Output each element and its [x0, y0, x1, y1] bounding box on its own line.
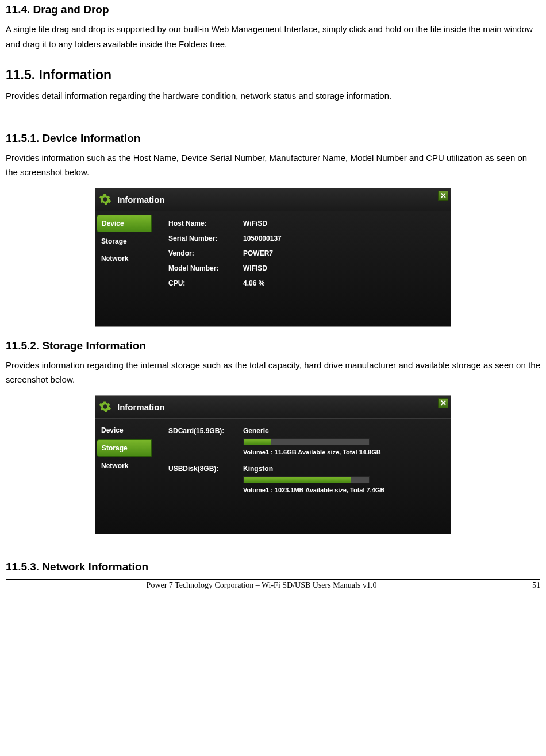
- sidebar-item-device[interactable]: Device: [97, 215, 152, 232]
- sidebar-item-network[interactable]: Network: [97, 458, 152, 474]
- label-usbdisk: USBDisk(8GB):: [168, 465, 243, 473]
- gear-icon: [99, 193, 111, 206]
- label-host-name: Host Name:: [168, 219, 243, 227]
- value-usbdisk-brand: Kingston: [243, 465, 273, 473]
- dialog-title: Information: [117, 195, 165, 205]
- dialog-sidebar: Device Storage Network: [95, 419, 152, 534]
- device-info-dialog: Information ✕ Device Storage Network Hos…: [95, 188, 451, 327]
- heading-11-4: 11.4. Drag and Drop: [6, 3, 540, 16]
- label-sdcard: SDCard(15.9GB):: [168, 427, 243, 435]
- sidebar-item-storage[interactable]: Storage: [97, 233, 152, 249]
- gear-icon: [99, 400, 111, 413]
- value-vendor: POWER7: [243, 249, 443, 257]
- value-host-name: WiFiSD: [243, 219, 443, 227]
- progress-bar-usbdisk: [243, 476, 370, 483]
- value-sdcard-brand: Generic: [243, 427, 269, 435]
- label-model-number: Model Number:: [168, 264, 243, 272]
- storage-info-dialog: Information ✕ Device Storage Network SDC…: [95, 395, 451, 534]
- heading-11-5-1: 11.5.1. Device Information: [6, 132, 540, 145]
- progress-bar-sdcard: [243, 438, 370, 445]
- value-serial-number: 1050000137: [243, 234, 443, 242]
- storage-item-sdcard: SDCard(15.9GB): Generic Volume1 : 11.6GB…: [168, 427, 443, 456]
- dialog-titlebar: Information ✕: [95, 188, 451, 211]
- value-cpu: 4.06 %: [243, 279, 443, 287]
- sidebar-item-network[interactable]: Network: [97, 250, 152, 267]
- table-row: Host Name: WiFiSD: [168, 219, 443, 227]
- footer-page-number: 51: [517, 581, 540, 590]
- paragraph-11-5-1: Provides information such as the Host Na…: [6, 151, 540, 180]
- heading-11-5-2: 11.5.2. Storage Information: [6, 340, 540, 352]
- sidebar-item-storage[interactable]: Storage: [97, 439, 152, 457]
- value-model-number: WIFISD: [243, 264, 443, 272]
- heading-11-5: 11.5. Information: [6, 67, 540, 83]
- page-footer: Power 7 Technology Corporation – Wi-Fi S…: [6, 579, 540, 590]
- dialog-titlebar: Information ✕: [95, 396, 451, 419]
- progress-fill-sdcard: [244, 439, 271, 445]
- storage-item-usbdisk: USBDisk(8GB): Kingston Volume1 : 1023.1M…: [168, 465, 443, 493]
- close-button[interactable]: ✕: [438, 191, 448, 201]
- footer-text: Power 7 Technology Corporation – Wi-Fi S…: [6, 581, 517, 590]
- paragraph-11-4: A single file drag and drop is supported…: [6, 22, 540, 51]
- caption-sdcard: Volume1 : 11.6GB Available size, Total 1…: [243, 449, 443, 456]
- label-cpu: CPU:: [168, 279, 243, 287]
- storage-info-panel: SDCard(15.9GB): Generic Volume1 : 11.6GB…: [152, 419, 451, 534]
- close-button[interactable]: ✕: [438, 398, 448, 408]
- caption-usbdisk: Volume1 : 1023.1MB Available size, Total…: [243, 487, 443, 493]
- label-vendor: Vendor:: [168, 249, 243, 257]
- table-row: CPU: 4.06 %: [168, 279, 443, 287]
- progress-fill-usbdisk: [244, 477, 351, 483]
- dialog-sidebar: Device Storage Network: [95, 211, 152, 326]
- dialog-title: Information: [117, 402, 165, 412]
- label-serial-number: Serial Number:: [168, 234, 243, 242]
- table-row: Model Number: WIFISD: [168, 264, 443, 272]
- table-row: Vendor: POWER7: [168, 249, 443, 257]
- table-row: Serial Number: 1050000137: [168, 234, 443, 242]
- device-info-panel: Host Name: WiFiSD Serial Number: 1050000…: [152, 211, 451, 326]
- paragraph-11-5-2: Provides information regarding the inter…: [6, 358, 540, 387]
- paragraph-11-5: Provides detail information regarding th…: [6, 88, 540, 103]
- heading-11-5-3: 11.5.3. Network Information: [6, 561, 540, 573]
- sidebar-item-device[interactable]: Device: [97, 422, 152, 438]
